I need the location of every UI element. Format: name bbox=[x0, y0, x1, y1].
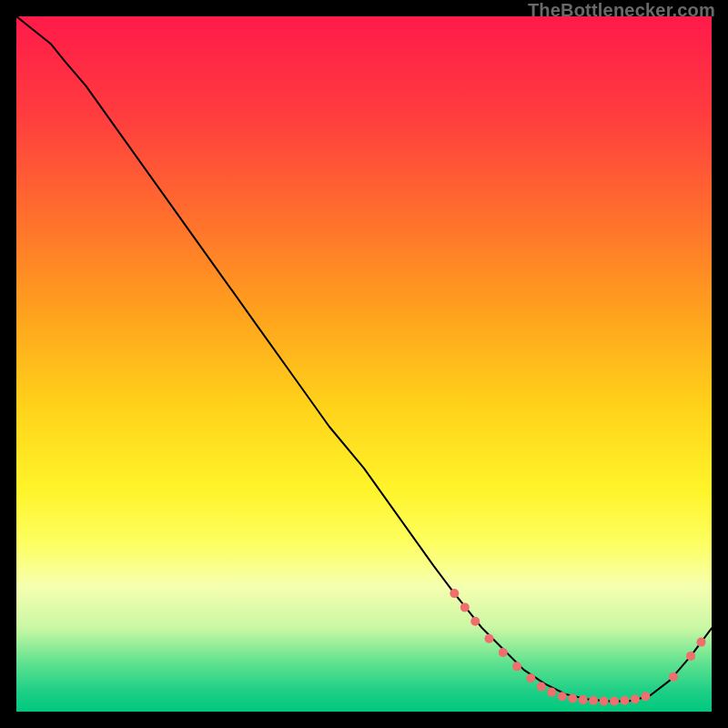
watermark-text: TheBottlenecker.com bbox=[528, 0, 715, 21]
chart-svg bbox=[16, 16, 712, 712]
highlight-point bbox=[450, 589, 459, 598]
highlight-point bbox=[460, 602, 470, 612]
highlight-point bbox=[537, 682, 546, 692]
plot-area bbox=[16, 16, 712, 712]
highlight-point bbox=[579, 695, 588, 704]
highlight-point bbox=[621, 696, 630, 705]
highlight-point bbox=[589, 696, 598, 705]
highlight-point bbox=[669, 672, 678, 682]
highlight-point bbox=[631, 694, 640, 703]
highlight-point bbox=[499, 648, 508, 657]
highlight-point bbox=[697, 638, 706, 647]
highlight-point bbox=[610, 697, 619, 706]
highlight-point bbox=[470, 617, 480, 626]
highlight-point bbox=[512, 662, 521, 671]
gradient-background bbox=[16, 16, 712, 712]
highlight-point bbox=[558, 692, 567, 701]
chart-frame: TheBottlenecker.com bbox=[0, 0, 728, 728]
highlight-point bbox=[568, 693, 577, 703]
highlight-point bbox=[526, 673, 535, 682]
highlight-point bbox=[547, 688, 556, 697]
highlight-point bbox=[485, 634, 494, 643]
highlight-point bbox=[686, 652, 695, 661]
highlight-point bbox=[641, 692, 650, 701]
highlight-point bbox=[600, 697, 609, 706]
